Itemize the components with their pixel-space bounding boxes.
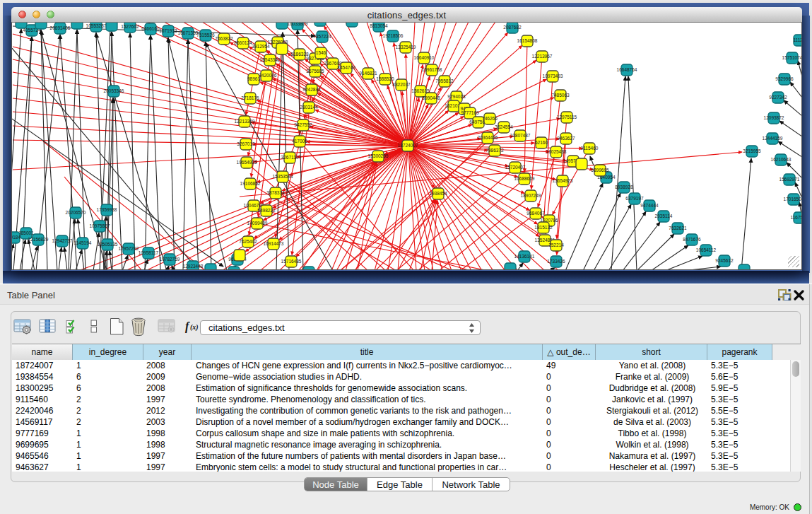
- svg-text:1546: 1546: [316, 50, 326, 55]
- svg-text:10025438: 10025438: [546, 149, 567, 154]
- svg-text:1588520: 1588520: [376, 76, 394, 81]
- svg-text:252214: 252214: [548, 243, 564, 247]
- svg-text:8660124: 8660124: [234, 40, 252, 45]
- svg-text:16671355: 16671355: [178, 30, 199, 35]
- svg-text:6466160: 6466160: [141, 26, 160, 31]
- svg-text:9115460: 9115460: [581, 146, 599, 151]
- svg-text:10688609: 10688609: [514, 176, 535, 181]
- svg-text:9242848: 9242848: [302, 87, 321, 92]
- svg-text:8813054: 8813054: [370, 23, 388, 28]
- svg-text:12942737: 12942737: [52, 238, 73, 243]
- svg-text:16033809: 16033809: [288, 23, 308, 26]
- svg-text:15716485: 15716485: [281, 259, 302, 264]
- svg-text:17016504: 17016504: [784, 197, 802, 201]
- svg-text:13654923: 13654923: [553, 178, 573, 183]
- svg-text:(x): (x): [190, 323, 199, 332]
- svg-text:7663822: 7663822: [215, 36, 233, 41]
- svg-text:20053346: 20053346: [104, 88, 124, 93]
- svg-text:16154808: 16154808: [517, 38, 538, 43]
- svg-text:5498222: 5498222: [257, 208, 276, 213]
- svg-text:7625402: 7625402: [239, 239, 257, 244]
- svg-text:2087682: 2087682: [503, 25, 522, 30]
- svg-text:11124: 11124: [793, 37, 802, 42]
- svg-text:8322037: 8322037: [392, 82, 411, 87]
- svg-text:7955812: 7955812: [435, 78, 454, 83]
- svg-text:6379197: 6379197: [625, 196, 644, 201]
- svg-text:14136141: 14136141: [514, 254, 535, 259]
- svg-text:15692971: 15692971: [779, 177, 800, 182]
- svg-text:16914473: 16914473: [264, 241, 284, 246]
- svg-text:18300295: 18300295: [368, 153, 389, 158]
- svg-text:9794028: 9794028: [447, 94, 466, 99]
- svg-text:10973493: 10973493: [543, 74, 563, 78]
- svg-text:9427552: 9427552: [294, 122, 312, 127]
- svg-text:10975887: 10975887: [90, 223, 110, 228]
- svg-text:8454749: 8454749: [337, 65, 355, 70]
- svg-text:16640910: 16640910: [414, 55, 435, 60]
- svg-text:985001: 985001: [18, 230, 34, 235]
- svg-text:1167534: 1167534: [791, 215, 802, 220]
- svg-text:1527602: 1527602: [121, 24, 139, 29]
- svg-text:8938928: 8938928: [615, 185, 633, 189]
- svg-text:10654112: 10654112: [696, 247, 717, 252]
- svg-text:1815132: 1815132: [534, 225, 553, 230]
- svg-text:9684067: 9684067: [526, 211, 545, 216]
- svg-text:8471676: 8471676: [683, 237, 701, 242]
- svg-text:12444159: 12444159: [763, 136, 783, 141]
- svg-text:3675685: 3675685: [306, 69, 324, 74]
- svg-text:12156829: 12156829: [28, 237, 49, 242]
- svg-text:3624554: 3624554: [495, 124, 513, 129]
- svg-text:20206570: 20206570: [66, 210, 86, 215]
- svg-text:16961758: 16961758: [422, 67, 442, 72]
- svg-text:17359938: 17359938: [97, 207, 117, 212]
- svg-text:20691406: 20691406: [50, 25, 71, 30]
- svg-text:1071913: 1071913: [159, 28, 177, 33]
- svg-text:3878334: 3878334: [266, 190, 285, 195]
- svg-text:7515526: 7515526: [196, 33, 215, 37]
- svg-text:6899695: 6899695: [591, 168, 609, 173]
- svg-text:7357224: 7357224: [313, 34, 331, 39]
- svg-text:15720407: 15720407: [505, 165, 526, 170]
- svg-text:3267110: 3267110: [281, 155, 299, 160]
- svg-text:10782759: 10782759: [160, 257, 180, 262]
- svg-text:3215955: 3215955: [743, 148, 761, 153]
- svg-text:2935114: 2935114: [655, 214, 673, 218]
- svg-text:1733426: 1733426: [547, 259, 565, 264]
- svg-text:f: f: [185, 320, 190, 333]
- svg-text:17957292: 17957292: [119, 246, 139, 251]
- svg-text:15353593: 15353593: [273, 174, 293, 179]
- svg-text:9777169: 9777169: [461, 110, 479, 115]
- svg-text:9329966: 9329966: [775, 76, 794, 81]
- svg-text:9146821: 9146821: [359, 71, 377, 76]
- svg-text:7632621: 7632621: [669, 226, 687, 230]
- svg-text:12213369: 12213369: [235, 119, 255, 124]
- svg-text:417006: 417006: [292, 139, 307, 144]
- svg-text:16543342: 16543342: [260, 57, 281, 62]
- svg-text:2803144: 2803144: [300, 105, 318, 110]
- svg-text:18907249: 18907249: [521, 193, 541, 198]
- svg-text:12923448: 12923448: [183, 264, 204, 269]
- svg-text:2718176: 2718176: [241, 95, 259, 100]
- svg-text:12213967: 12213967: [532, 54, 553, 59]
- svg-text:7485063: 7485063: [551, 93, 570, 98]
- svg-text:16210643: 16210643: [771, 157, 792, 162]
- svg-text:16648764: 16648764: [617, 67, 637, 72]
- svg-text:9227342: 9227342: [769, 95, 787, 100]
- svg-text:13325419: 13325419: [396, 45, 416, 49]
- svg-text:9474444: 9474444: [640, 203, 659, 208]
- svg-text:12975115: 12975115: [557, 115, 577, 119]
- svg-text:10553287: 10553287: [86, 23, 107, 28]
- svg-text:3912954: 3912954: [252, 44, 270, 49]
- svg-text:7986372: 7986372: [486, 148, 504, 153]
- svg-text:12505135: 12505135: [98, 242, 118, 247]
- svg-text:10958117: 10958117: [139, 250, 159, 255]
- svg-text:39184: 39184: [12, 235, 20, 240]
- svg-text:10807487: 10807487: [510, 133, 531, 138]
- svg-text:98961: 98961: [247, 76, 260, 81]
- svg-text:14099489: 14099489: [247, 221, 268, 226]
- svg-text:62160: 62160: [535, 140, 548, 145]
- svg-text:1145194: 1145194: [74, 240, 92, 245]
- svg-text:1938454: 1938454: [429, 191, 447, 196]
- svg-text:9463627: 9463627: [557, 136, 575, 141]
- svg-text:18724007: 18724007: [398, 143, 418, 148]
